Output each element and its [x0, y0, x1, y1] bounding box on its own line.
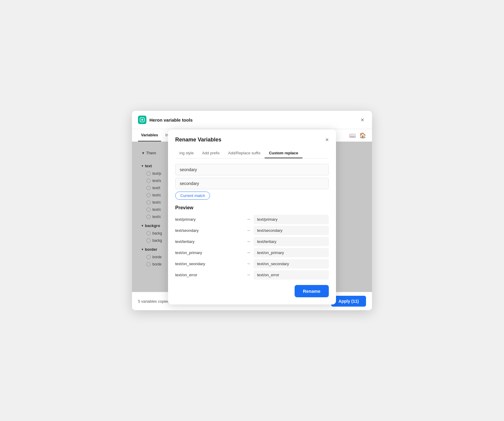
- preview-label: Preview: [175, 205, 329, 210]
- preview-from: text/seondary: [175, 226, 243, 235]
- arrow-icon: →: [246, 272, 250, 277]
- modal-tabs: ing style Add prefix Add/Replace suffix …: [175, 148, 329, 159]
- plugin-header-left: Heron variable tools: [138, 116, 193, 124]
- preview-row: text/tertiary → text/tertiary: [175, 237, 329, 246]
- preview-from: text/tertiary: [175, 237, 243, 246]
- modal-close-button[interactable]: ×: [325, 137, 329, 143]
- rename-variables-modal: Rename Variables × ing style Add prefix …: [168, 129, 336, 304]
- preview-to: text/secondary: [254, 226, 329, 235]
- arrow-icon: →: [246, 228, 250, 233]
- tab-add-replace-suffix[interactable]: Add/Replace suffix: [224, 148, 265, 158]
- preview-row: text/on_seondary → text/on_secondary: [175, 259, 329, 268]
- modal-header: Rename Variables ×: [175, 137, 329, 143]
- preview-from: text/on_seondary: [175, 259, 243, 268]
- preview-from: text/primary: [175, 215, 243, 224]
- heron-logo-icon: [140, 117, 145, 123]
- preview-from: text/on_error: [175, 270, 243, 280]
- preview-list: text/primary → text/primary text/seondar…: [175, 215, 329, 280]
- tab-custom-replace[interactable]: Custom replace: [265, 148, 302, 158]
- preview-row: text/seondary → text/secondary: [175, 226, 329, 235]
- preview-to: text/on_secondary: [254, 259, 329, 268]
- nav-item-variables[interactable]: Variables: [138, 129, 161, 141]
- preview-row: text/primary → text/primary: [175, 215, 329, 224]
- plugin-header: Heron variable tools ×: [132, 111, 372, 129]
- preview-to: text/on_error: [254, 270, 329, 280]
- tab-naming-style[interactable]: ing style: [175, 148, 198, 158]
- nav-icons: 📖 🏠: [349, 132, 366, 139]
- plugin-body: ▾ Them ▾ text text/p text/s text/t text/…: [132, 142, 372, 292]
- preview-to: text/primary: [254, 215, 329, 224]
- modal-footer: Rename: [175, 285, 329, 297]
- svg-point-1: [141, 119, 143, 120]
- modal-title: Rename Variables: [175, 137, 221, 143]
- arrow-icon: →: [246, 239, 250, 244]
- arrow-icon: →: [246, 261, 250, 266]
- apply-button[interactable]: Apply (11): [331, 296, 366, 307]
- plugin-close-button[interactable]: ×: [359, 116, 366, 123]
- current-match-button[interactable]: Current match: [175, 192, 210, 200]
- arrow-icon: →: [246, 217, 250, 222]
- book-icon[interactable]: 📖: [349, 132, 356, 139]
- plugin-title: Heron variable tools: [149, 117, 193, 123]
- rename-button[interactable]: Rename: [295, 285, 329, 297]
- preview-to: text/on_primary: [254, 248, 329, 257]
- preview-row: text/on_primary → text/on_primary: [175, 248, 329, 257]
- preview-row: text/on_error → text/on_error: [175, 270, 329, 280]
- preview-from: text/on_primary: [175, 248, 243, 257]
- modal-overlay: Rename Variables × ing style Add prefix …: [132, 142, 372, 292]
- plugin-logo: [138, 116, 146, 124]
- home-icon[interactable]: 🏠: [359, 132, 366, 139]
- preview-to: text/tertiary: [254, 237, 329, 246]
- tab-add-prefix[interactable]: Add prefix: [198, 148, 224, 158]
- plugin-window: Heron variable tools × Variables Import …: [132, 111, 372, 310]
- arrow-icon: →: [246, 250, 250, 255]
- replace-input[interactable]: [175, 178, 329, 189]
- find-input[interactable]: [175, 164, 329, 175]
